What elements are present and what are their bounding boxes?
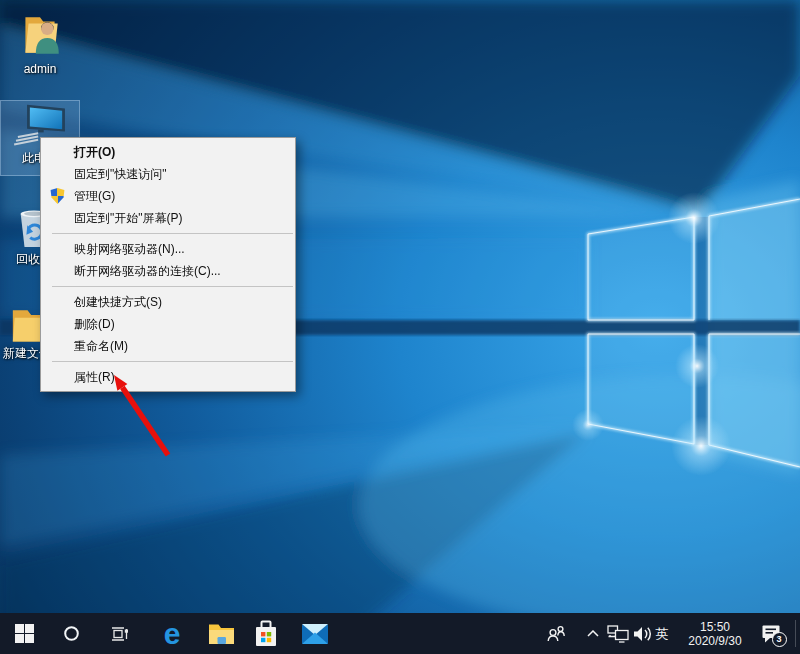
menu-item-disconnect-network-drive[interactable]: 断开网络驱动器的连接(C)... xyxy=(41,260,295,282)
user-folder-icon xyxy=(1,8,79,60)
cortana-circle-icon xyxy=(63,625,80,642)
desktop-icon-admin[interactable]: admin xyxy=(1,8,79,76)
menu-item-label: 删除(D) xyxy=(74,317,115,331)
menu-item-icon xyxy=(50,166,65,182)
windows-logo-icon xyxy=(15,624,34,643)
menu-item-label: 映射网络驱动器(N)... xyxy=(74,242,185,256)
menu-item-icon xyxy=(50,210,65,226)
people-button[interactable] xyxy=(542,613,572,654)
menu-item-manage[interactable]: 管理(G) xyxy=(41,185,295,207)
menu-item-icon xyxy=(50,263,65,279)
menu-item-icon xyxy=(50,294,65,310)
menu-item-icon xyxy=(50,144,65,160)
network-icon xyxy=(607,625,629,643)
mail-icon xyxy=(302,624,328,644)
show-desktop-divider[interactable] xyxy=(795,620,796,647)
menu-separator xyxy=(52,361,293,362)
menu-item-pin-to-start[interactable]: 固定到"开始"屏幕(P) xyxy=(41,207,295,229)
desktop-icon-label: admin xyxy=(1,63,79,76)
menu-item-pin-to-quick-access[interactable]: 固定到"快速访问" xyxy=(41,163,295,185)
menu-item-label: 固定到"开始"屏幕(P) xyxy=(74,211,183,225)
menu-item-label: 创建快捷方式(S) xyxy=(74,295,162,309)
menu-item-label: 属性(R) xyxy=(74,370,115,384)
menu-item-icon xyxy=(50,316,65,332)
menu-item-label: 打开(O) xyxy=(74,145,115,159)
task-view-icon xyxy=(111,625,129,643)
show-hidden-icons-button[interactable] xyxy=(582,613,604,654)
menu-item-icon xyxy=(50,241,65,257)
menu-separator xyxy=(52,286,293,287)
menu-item-label: 重命名(M) xyxy=(74,339,128,353)
clock-time: 15:50 xyxy=(680,620,750,634)
chevron-up-icon xyxy=(587,630,599,637)
cortana-search-button[interactable] xyxy=(49,613,93,654)
menu-item-label: 管理(G) xyxy=(74,189,115,203)
context-menu: 打开(O) 固定到"快速访问" 管理(G) 固定到"开始"屏幕(P) 映射网络驱… xyxy=(40,137,296,392)
clock[interactable]: 15:50 2020/9/30 xyxy=(680,613,750,654)
menu-separator xyxy=(52,233,293,234)
mail-button[interactable] xyxy=(293,613,337,654)
windows-desktop: admin 此电脑 xyxy=(0,0,800,654)
start-button[interactable] xyxy=(2,613,46,654)
network-button[interactable] xyxy=(604,613,632,654)
menu-item-properties[interactable]: 属性(R) xyxy=(41,366,295,388)
menu-item-icon xyxy=(50,338,65,354)
uac-shield-icon xyxy=(50,188,65,204)
edge-icon: e xyxy=(164,619,181,649)
menu-item-open[interactable]: 打开(O) xyxy=(41,141,295,163)
store-button[interactable] xyxy=(244,613,288,654)
edge-browser-button[interactable]: e xyxy=(150,613,194,654)
menu-item-label: 断开网络驱动器的连接(C)... xyxy=(74,264,221,278)
menu-item-rename[interactable]: 重命名(M) xyxy=(41,335,295,357)
menu-item-label: 固定到"快速访问" xyxy=(74,167,167,181)
notification-badge: 3 xyxy=(772,632,787,647)
taskbar: e xyxy=(0,613,800,654)
task-view-button[interactable] xyxy=(98,613,142,654)
speaker-icon xyxy=(633,626,652,642)
store-icon xyxy=(254,620,278,647)
ime-indicator[interactable]: 英 xyxy=(650,613,674,654)
people-icon xyxy=(547,625,567,642)
menu-item-map-network-drive[interactable]: 映射网络驱动器(N)... xyxy=(41,238,295,260)
action-center-button[interactable]: 3 xyxy=(752,613,790,654)
menu-item-icon xyxy=(50,369,65,385)
file-explorer-button[interactable] xyxy=(199,613,243,654)
ime-label: 英 xyxy=(656,625,669,643)
file-explorer-icon xyxy=(208,622,235,645)
menu-item-delete[interactable]: 删除(D) xyxy=(41,313,295,335)
menu-item-create-shortcut[interactable]: 创建快捷方式(S) xyxy=(41,291,295,313)
clock-date: 2020/9/30 xyxy=(680,634,750,648)
